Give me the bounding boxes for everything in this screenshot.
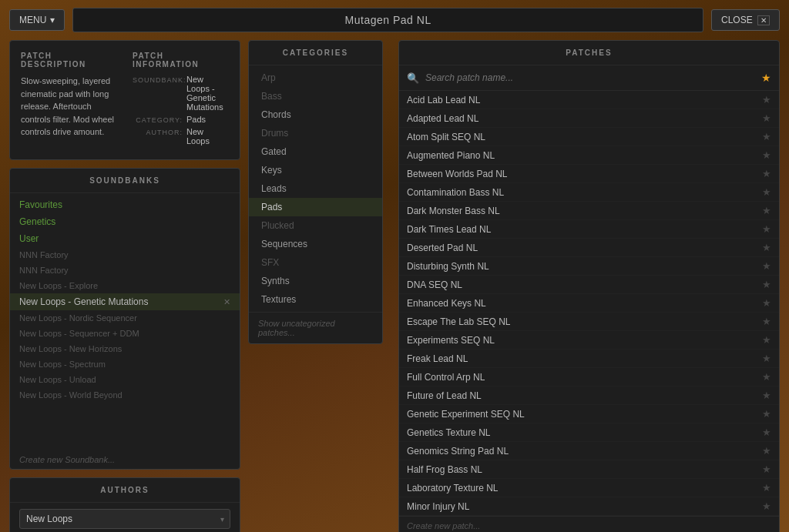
soundbank-item[interactable]: User	[10, 230, 240, 247]
category-item[interactable]: Sequences	[249, 235, 382, 253]
patch-description-section: PATCH DESCRIPTION Slow-sweeping, layered…	[21, 52, 117, 149]
soundbank-item[interactable]: New Loops - Spectrum	[10, 356, 240, 372]
right-panel: PATCHES 🔍 ★ Acid Lab Lead NL★Adapted Lea…	[398, 40, 780, 532]
authors-select[interactable]: New LoopsAll Authors	[19, 509, 230, 529]
patch-item[interactable]: Freak Lead NL★	[399, 350, 779, 368]
categories-list: ArpBassChordsDrumsGatedKeysLeadsPadsPluc…	[249, 65, 382, 312]
soundbank-item[interactable]: Favourites	[10, 196, 240, 213]
soundbank-item[interactable]: New Loops - World Beyond	[10, 387, 240, 403]
patch-item[interactable]: Dark Monster Bass NL★	[399, 202, 779, 220]
patch-favorite-icon[interactable]: ★	[762, 186, 771, 198]
category-item[interactable]: Textures	[249, 290, 382, 309]
category-item[interactable]: Pads	[249, 198, 382, 216]
patch-item[interactable]: Minor Injury NL★	[399, 497, 779, 516]
patch-favorite-icon[interactable]: ★	[762, 260, 771, 272]
soundbank-item[interactable]: NNN Factory	[10, 247, 240, 263]
patch-name: Dark Monster Bass NL	[407, 206, 500, 216]
patch-item[interactable]: Deserted Pad NL★	[399, 239, 779, 257]
category-item[interactable]: Leads	[249, 179, 382, 198]
author-value: New Loops	[186, 127, 229, 146]
category-item[interactable]: Chords	[249, 105, 382, 124]
category-item[interactable]: Bass	[249, 87, 382, 105]
search-input[interactable]	[425, 72, 755, 83]
patch-favorite-icon[interactable]: ★	[762, 371, 771, 383]
show-uncategorized-link[interactable]: Show uncategorized patches...	[249, 312, 382, 343]
soundbank-item[interactable]: New Loops - New Horizons	[10, 341, 240, 356]
search-icon: 🔍	[407, 72, 419, 84]
patch-favorite-icon[interactable]: ★	[762, 482, 771, 494]
patch-favorite-icon[interactable]: ★	[762, 334, 771, 346]
soundbank-item[interactable]: New Loops - Nordic Sequencer	[10, 310, 240, 326]
create-soundbank-link[interactable]: Create new Soundbank...	[10, 450, 240, 469]
patch-item[interactable]: Between Worlds Pad NL★	[399, 165, 779, 183]
patch-favorite-icon[interactable]: ★	[762, 445, 771, 457]
patch-item[interactable]: Disturbing Synth NL★	[399, 257, 779, 276]
patches-list[interactable]: Acid Lab Lead NL★Adapted Lead NL★Atom Sp…	[399, 91, 779, 516]
soundbank-item[interactable]: New Loops - Unload	[10, 372, 240, 387]
category-item[interactable]: Arp	[249, 69, 382, 87]
patch-favorite-icon[interactable]: ★	[762, 316, 771, 327]
soundbank-value: New Loops - Genetic Mutations	[186, 75, 229, 112]
patch-item[interactable]: Laboratory Texture NL★	[399, 479, 779, 497]
category-item[interactable]: Synths	[249, 272, 382, 290]
patch-favorite-icon[interactable]: ★	[762, 408, 771, 420]
favorites-filter-icon[interactable]: ★	[761, 72, 771, 84]
patch-favorite-icon[interactable]: ★	[762, 112, 771, 124]
patch-item[interactable]: Atom Split SEQ NL★	[399, 128, 779, 146]
patch-favorite-icon[interactable]: ★	[762, 427, 771, 438]
patch-favorite-icon[interactable]: ★	[762, 131, 771, 142]
patch-item[interactable]: Augmented Piano NL★	[399, 146, 779, 165]
patch-favorite-icon[interactable]: ★	[762, 94, 771, 105]
soundbanks-list[interactable]: FavouritesGeneticsUserNNN FactoryNNN Fac…	[10, 193, 240, 450]
patch-item[interactable]: Genetic Experiment SEQ NL★	[399, 405, 779, 423]
patch-favorite-icon[interactable]: ★	[762, 297, 771, 309]
patch-favorite-icon[interactable]: ★	[762, 242, 771, 253]
patch-favorite-icon[interactable]: ★	[762, 463, 771, 475]
patches-search-bar: 🔍 ★	[399, 65, 779, 91]
soundbank-item[interactable]: New Loops - Explore	[10, 278, 240, 293]
patch-name: Minor Injury NL	[407, 501, 469, 512]
patch-favorite-icon[interactable]: ★	[762, 223, 771, 235]
close-button[interactable]: CLOSE ✕	[711, 9, 780, 31]
patch-description-title: PATCH DESCRIPTION	[21, 52, 117, 69]
authors-panel: AUTHORS New LoopsAll Authors ▾	[9, 477, 240, 532]
patch-name: Enhanced Keys NL	[407, 298, 486, 309]
patch-name: Between Worlds Pad NL	[407, 169, 508, 179]
patch-item[interactable]: Experiments SEQ NL★	[399, 331, 779, 350]
patch-favorite-icon[interactable]: ★	[762, 168, 771, 179]
category-item[interactable]: Keys	[249, 161, 382, 179]
authors-select-wrapper: New LoopsAll Authors ▾	[10, 503, 240, 532]
patch-item[interactable]: Full Control Arp NL★	[399, 368, 779, 386]
patch-item[interactable]: DNA SEQ NL★	[399, 276, 779, 294]
soundbank-item[interactable]: NNN Factory	[10, 263, 240, 278]
patch-item[interactable]: Genomics String Pad NL★	[399, 442, 779, 460]
category-item[interactable]: Plucked	[249, 216, 382, 235]
category-item[interactable]: Drums	[249, 124, 382, 142]
patch-favorite-icon[interactable]: ★	[762, 500, 771, 512]
patches-panel: PATCHES 🔍 ★ Acid Lab Lead NL★Adapted Lea…	[398, 40, 780, 532]
create-patch-link[interactable]: Create new patch...	[399, 516, 779, 532]
category-item[interactable]: SFX	[249, 253, 382, 272]
patch-item[interactable]: Escape The Lab SEQ NL★	[399, 313, 779, 331]
patch-item[interactable]: Genetics Texture NL★	[399, 423, 779, 442]
patch-favorite-icon[interactable]: ★	[762, 149, 771, 161]
soundbank-row: SOUNDBANK: New Loops - Genetic Mutations	[133, 75, 229, 112]
patch-favorite-icon[interactable]: ★	[762, 205, 771, 216]
patch-item[interactable]: Half Frog Bass NL★	[399, 460, 779, 479]
patch-favorite-icon[interactable]: ★	[762, 353, 771, 364]
patch-item[interactable]: Contamination Bass NL★	[399, 183, 779, 202]
patches-header: PATCHES	[399, 41, 779, 65]
menu-button[interactable]: MENU ▾	[9, 9, 65, 31]
patch-item[interactable]: Future of Lead NL★	[399, 386, 779, 405]
patch-item[interactable]: Acid Lab Lead NL★	[399, 91, 779, 109]
soundbank-item[interactable]: Genetics	[10, 213, 240, 230]
soundbank-item[interactable]: New Loops - Sequencer + DDM	[10, 326, 240, 341]
patch-favorite-icon[interactable]: ★	[762, 279, 771, 290]
patch-item[interactable]: Enhanced Keys NL★	[399, 294, 779, 313]
close-soundbank-icon[interactable]: ✕	[223, 297, 230, 307]
patch-favorite-icon[interactable]: ★	[762, 390, 771, 401]
soundbank-item[interactable]: New Loops - Genetic Mutations✕	[10, 293, 240, 310]
category-item[interactable]: Gated	[249, 142, 382, 161]
patch-item[interactable]: Dark Times Lead NL★	[399, 220, 779, 239]
patch-item[interactable]: Adapted Lead NL★	[399, 109, 779, 128]
